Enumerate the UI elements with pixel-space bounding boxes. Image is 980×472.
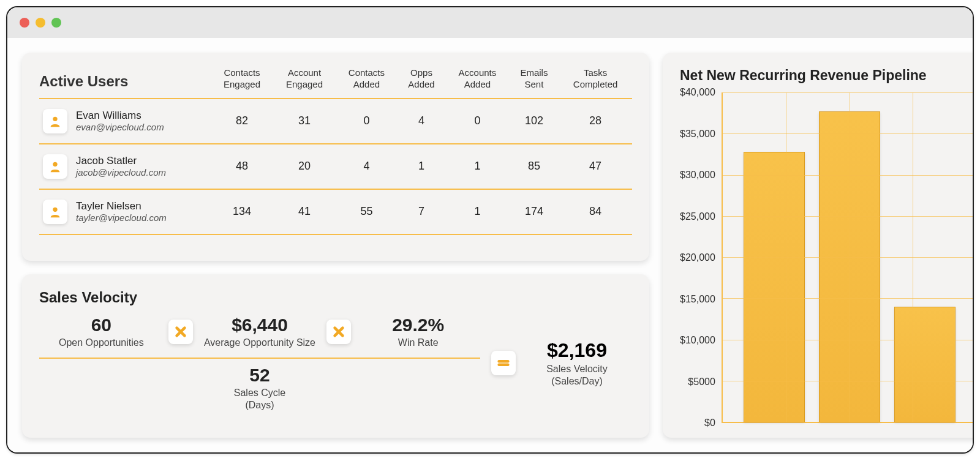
table-cell: 1 (445, 144, 509, 189)
open-opportunities-term: 60 Open Opportunities (39, 315, 164, 349)
svg-point-0 (53, 116, 57, 121)
user-cell: Tayler Nielsentayler@vipecloud.com (39, 189, 211, 234)
table-cell: 1 (398, 144, 445, 189)
table-cell: 28 (559, 99, 632, 144)
win-rate-value: 29.2% (356, 315, 480, 335)
col-emails-sent: EmailsSent (510, 67, 559, 99)
table-cell: 1 (445, 189, 509, 234)
person-icon (43, 200, 67, 224)
table-cell: 84 (559, 189, 632, 234)
table-cell: 174 (510, 189, 559, 234)
multiply-icon (168, 320, 193, 344)
cycle-label: Sales Cycle (Days) (39, 387, 480, 411)
table-cell: 134 (211, 189, 273, 234)
avg-size-value: $6,440 (198, 315, 322, 335)
multiply-icon (326, 320, 351, 344)
app-window: Active Users ContactsEngaged AccountEnga… (6, 6, 974, 454)
col-opps-added: OppsAdded (398, 67, 445, 99)
window-close-icon[interactable] (20, 18, 29, 28)
grid-line-h (723, 216, 974, 217)
open-opps-value: 60 (39, 315, 164, 335)
table-cell: 31 (273, 99, 336, 144)
grid-line-v (786, 92, 786, 422)
grid-line-h (723, 340, 974, 340)
user-name: Evan Williams (76, 110, 164, 122)
table-cell: 41 (273, 189, 336, 234)
grid-line-h (723, 175, 974, 176)
person-icon (43, 109, 67, 133)
table-row: Jacob Statlerjacob@vipecloud.com48204118… (39, 144, 632, 189)
result-value: $2,169 (522, 339, 632, 362)
fraction-line (39, 358, 480, 359)
chart-title: Net New Recurring Revenue Pipeline (680, 67, 974, 84)
table-cell: 4 (398, 99, 445, 144)
table-row: Evan Williamsevan@vipecloud.com823104010… (39, 99, 632, 144)
person-icon (43, 154, 67, 179)
user-cell: Jacob Statlerjacob@vipecloud.com (39, 144, 211, 189)
grid-line-h (723, 381, 974, 381)
table-cell: 48 (211, 144, 273, 189)
col-accounts-added: AccountsAdded (445, 67, 509, 99)
revenue-pipeline-card: Net New Recurring Revenue Pipeline $40,0… (663, 53, 974, 438)
user-name: Jacob Statler (76, 155, 166, 167)
table-cell: 55 (336, 189, 398, 234)
window-maximize-icon[interactable] (51, 18, 61, 28)
sales-velocity-title: Sales Velocity (39, 289, 632, 306)
avg-size-label: Average Opportunity Size (198, 337, 322, 349)
user-email: evan@vipecloud.com (76, 122, 164, 132)
col-contacts-added: ContactsAdded (336, 67, 398, 99)
grid-line-h (723, 298, 974, 299)
user-email: tayler@vipecloud.com (76, 212, 167, 223)
grid-line-v (913, 92, 913, 422)
col-contacts-engaged: ContactsEngaged (211, 67, 273, 99)
table-cell: 0 (336, 99, 398, 144)
table-cell: 85 (510, 144, 559, 189)
svg-point-1 (53, 162, 57, 166)
grid-line-h (723, 92, 974, 93)
window-minimize-icon[interactable] (36, 18, 45, 28)
chart-bar (894, 307, 956, 422)
cycle-value: 52 (39, 365, 480, 386)
table-cell: 82 (211, 99, 273, 144)
user-cell: Evan Williamsevan@vipecloud.com (39, 99, 211, 144)
dashboard-content: Active Users ContactsEngaged AccountEnga… (7, 38, 973, 452)
active-users-table: Active Users ContactsEngaged AccountEnga… (39, 67, 632, 235)
svg-point-2 (53, 207, 57, 211)
table-cell: 4 (336, 144, 398, 189)
win-rate-label: Win Rate (356, 337, 480, 349)
table-row: Tayler Nielsentayler@vipecloud.com134415… (39, 189, 632, 234)
active-users-title: Active Users (39, 67, 211, 99)
sales-velocity-result: $2,169 Sales Velocity (Sales/Day) (522, 339, 632, 388)
col-account-engaged: AccountEngaged (273, 67, 336, 99)
titlebar (7, 7, 973, 38)
equals-icon (491, 351, 516, 375)
chart-plot (722, 92, 974, 423)
grid-line-v (850, 92, 850, 422)
active-users-card: Active Users ContactsEngaged AccountEnga… (22, 53, 649, 261)
sales-velocity-card: Sales Velocity 60 Open Opportunities $6,… (22, 274, 649, 438)
chart-bar (744, 152, 805, 422)
table-cell: 7 (398, 189, 445, 234)
table-cell: 47 (559, 144, 632, 189)
chart-y-axis: $40,000$35,000$30,000$25,000$20,000$15,0… (680, 92, 722, 423)
win-rate-term: 29.2% Win Rate (356, 315, 480, 349)
table-cell: 102 (510, 99, 559, 144)
sales-cycle-term: 52 Sales Cycle (Days) (39, 365, 480, 411)
chart-body: $40,000$35,000$30,000$25,000$20,000$15,0… (680, 92, 974, 423)
user-email: jacob@vipecloud.com (76, 167, 166, 178)
user-name: Tayler Nielsen (76, 200, 167, 212)
grid-line-h (723, 133, 974, 134)
table-cell: 20 (273, 144, 336, 189)
avg-opp-size-term: $6,440 Average Opportunity Size (198, 315, 322, 349)
grid-line-h (723, 257, 974, 258)
col-tasks-completed: TasksCompleted (559, 67, 632, 99)
table-cell: 0 (445, 99, 509, 144)
result-label: Sales Velocity (Sales/Day) (522, 363, 632, 388)
open-opps-label: Open Opportunities (39, 337, 164, 349)
